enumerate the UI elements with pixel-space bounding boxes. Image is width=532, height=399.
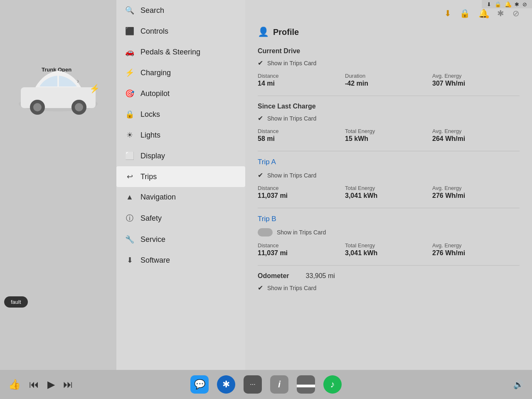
current-drive-distance: Distance 14 mi: [258, 73, 345, 87]
status-bar: ⬇ 🔒 🔔 ✱ ⊘: [482, 0, 532, 8]
bluetooth-icon: ✱: [515, 1, 519, 7]
trip-a-distance: Distance 11,037 mi: [258, 185, 345, 200]
profile-icon: 👤: [258, 27, 269, 37]
trip-a-checkbox-label: Show in Trips Card: [267, 172, 316, 179]
trip-b-section: Trip B Show in Trips Card Distance 11,03…: [258, 215, 520, 257]
nav-item-pedals[interactable]: 🚗 Pedals & Steering: [116, 42, 245, 62]
nav-label-controls: Controls: [140, 27, 168, 36]
nav-item-controls[interactable]: ⬛ Controls: [116, 21, 245, 42]
nav-label-search: Search: [140, 6, 164, 15]
odometer-value: 33,905 mi: [306, 272, 335, 280]
since-last-charge-checkbox-label: Show in Trips Card: [267, 115, 316, 122]
since-last-charge-stats: Distance 58 mi Total Energy 15 kWh Avg. …: [258, 128, 520, 143]
nav-item-search[interactable]: 🔍 Search: [116, 0, 245, 21]
nav-label-software: Software: [140, 256, 170, 265]
current-drive-distance-value: 14 mi: [258, 80, 345, 87]
thumbs-up-icon[interactable]: 👍: [8, 379, 21, 390]
trip-a-energy: Total Energy 3,041 kWh: [345, 185, 432, 200]
display-icon: ⬜: [125, 151, 135, 160]
signal-icon: ⊘: [522, 1, 527, 7]
trip-b-distance-value: 11,037 mi: [258, 249, 345, 257]
spotify-app[interactable]: ♪: [323, 375, 342, 394]
trip-b-energy: Total Energy 3,041 kWh: [345, 242, 432, 257]
since-last-charge-title: Since Last Charge: [258, 103, 520, 110]
nav-item-lights[interactable]: ☀ Lights: [116, 125, 245, 145]
current-drive-checkbox-label: Show in Trips Card: [267, 60, 316, 66]
trip-a-avg-energy-label: Avg. Energy: [432, 185, 520, 191]
bars-app[interactable]: ▬▬: [297, 375, 315, 394]
odometer-label: Odometer: [258, 272, 289, 280]
odometer-checkbox-label: Show in Trips Card: [267, 285, 316, 291]
slc-avg-energy-label: Avg. Energy: [432, 128, 520, 134]
trip-a-energy-value: 3,041 kWh: [345, 192, 432, 200]
trip-b-toggle[interactable]: [258, 228, 273, 236]
current-drive-energy: Avg. Energy 307 Wh/mi: [432, 73, 520, 87]
car-image: ⚡ ›: [12, 58, 104, 116]
nav-item-locks[interactable]: 🔒 Locks: [116, 104, 245, 125]
odometer-checkmark: ✔: [258, 284, 263, 292]
nav-label-safety: Safety: [140, 214, 162, 223]
slc-distance: Distance 58 mi: [258, 128, 345, 143]
trip-b-energy-label: Total Energy: [345, 242, 432, 249]
prev-track-icon[interactable]: ⏮: [29, 379, 39, 390]
current-drive-duration-value: -42 min: [345, 80, 432, 87]
nav-item-display[interactable]: ⬜ Display: [116, 145, 245, 166]
trip-b-avg-energy: Avg. Energy 276 Wh/mi: [432, 242, 520, 257]
nav-label-pedals: Pedals & Steering: [140, 48, 200, 57]
messages-app[interactable]: 💬: [190, 375, 209, 394]
car-svg: ⚡ ›: [12, 58, 104, 116]
navigation-icon: ▲: [125, 193, 135, 202]
nav-label-display: Display: [140, 152, 165, 160]
nav-item-navigation[interactable]: ▲ Navigation: [116, 187, 245, 207]
slc-energy-value: 15 kWh: [345, 135, 432, 143]
current-drive-checkbox-row[interactable]: ✔ Show in Trips Card: [258, 59, 520, 67]
current-drive-duration: Duration -42 min: [345, 73, 432, 87]
nav-label-navigation: Navigation: [140, 193, 176, 202]
nav-item-charging[interactable]: ⚡ Charging: [116, 62, 245, 83]
since-last-charge-section: Since Last Charge ✔ Show in Trips Card D…: [258, 103, 520, 143]
since-last-charge-checkbox-row[interactable]: ✔ Show in Trips Card: [258, 114, 520, 122]
service-icon: 🔧: [125, 235, 135, 244]
slc-distance-label: Distance: [258, 128, 345, 134]
download-status-icon: ⬇: [444, 8, 451, 18]
svg-text:›: ›: [77, 77, 79, 84]
nav-item-software[interactable]: ⬇ Software: [116, 250, 245, 271]
divider-2: [258, 151, 520, 151]
nav-item-service[interactable]: 🔧 Service: [116, 229, 245, 250]
nav-item-autopilot[interactable]: 🎯 Autopilot: [116, 83, 245, 104]
info-app[interactable]: i: [270, 375, 288, 394]
bluetooth-app[interactable]: ✱: [217, 375, 235, 394]
current-drive-title: Current Drive: [258, 47, 520, 55]
trip-a-checkmark: ✔: [258, 171, 263, 179]
profile-section[interactable]: 👤 Profile: [258, 27, 520, 37]
current-drive-energy-label: Avg. Energy: [432, 73, 520, 79]
odometer-checkbox-row[interactable]: ✔ Show in Trips Card: [258, 284, 520, 292]
trip-b-avg-energy-label: Avg. Energy: [432, 242, 520, 249]
slc-energy: Total Energy 15 kWh: [345, 128, 432, 143]
play-icon[interactable]: ▶: [47, 379, 55, 390]
trip-a-link[interactable]: Trip A: [258, 158, 520, 166]
trip-a-avg-energy: Avg. Energy 276 Wh/mi: [432, 185, 520, 200]
nav-label-trips: Trips: [140, 172, 157, 181]
current-drive-stats: Distance 14 mi Duration -42 min Avg. Ene…: [258, 73, 520, 87]
nav-label-lights: Lights: [140, 131, 160, 140]
signal-status-icon: ⊘: [512, 8, 520, 18]
nav-item-trips[interactable]: ↩ Trips: [116, 166, 245, 187]
trip-b-checkbox-row[interactable]: Show in Trips Card: [258, 228, 520, 236]
trip-a-stats: Distance 11,037 mi Total Energy 3,041 kW…: [258, 185, 520, 200]
trip-a-checkbox-row[interactable]: ✔ Show in Trips Card: [258, 171, 520, 179]
trip-b-link[interactable]: Trip B: [258, 215, 520, 223]
trip-b-stats: Distance 11,037 mi Total Energy 3,041 kW…: [258, 242, 520, 257]
svg-text:⚡: ⚡: [89, 84, 100, 94]
lights-icon: ☀: [125, 131, 135, 140]
divider-1: [258, 96, 520, 96]
volume-icon[interactable]: 🔊: [513, 379, 524, 389]
fault-badge: fault: [4, 296, 28, 308]
main-layout: Trunk Open: [0, 0, 532, 399]
bluetooth-status-icon: ✱: [497, 8, 504, 18]
nav-item-safety[interactable]: ⓘ Safety: [116, 207, 245, 229]
dots-app[interactable]: ···: [244, 375, 262, 394]
next-track-icon[interactable]: ⏭: [63, 379, 73, 390]
lock-status-icon: 🔒: [460, 8, 470, 18]
nav-panel[interactable]: 🔍 Search ⬛ Controls 🚗 Pedals & Steering …: [116, 0, 245, 399]
